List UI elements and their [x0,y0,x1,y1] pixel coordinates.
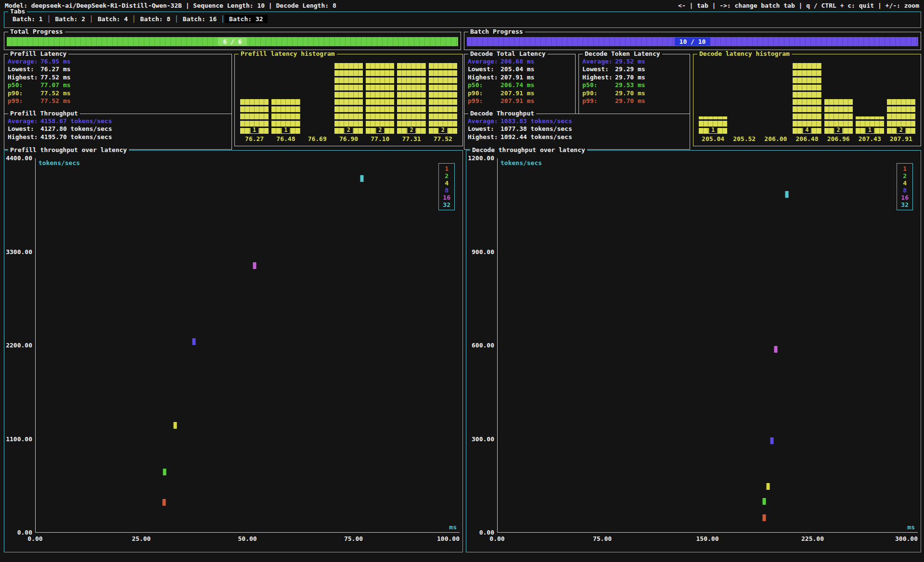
legend-item: 2 [903,172,907,179]
prefill-scatter-legend: 12481632 [438,163,455,210]
stat-value: 1083.83 tokens/secs [500,117,572,125]
prefill-histogram-chart: 176.27176.4876.69276.90277.10277.31277.5… [239,61,459,144]
histogram-bin: 1205.04 [699,61,727,144]
stat-label: p99: [8,97,40,105]
stat-row: Average:1083.83 tokens/secs [464,117,690,125]
tab-divider: │ [175,15,179,23]
histogram-bin: 176.48 [271,61,300,144]
stat-value: 4127.80 tokens/secs [40,125,112,132]
stat-label: Average: [468,58,500,65]
histogram-count-label: 2 [897,127,905,133]
stat-label: Lowest: [468,125,500,133]
histogram-bar: 1 [271,98,300,134]
prefill-scatter-x-axis-labels: 0.0025.0050.0075.00100.00 [35,535,460,543]
decode-histogram-title: Decode latency histogram [697,50,792,57]
stat-value: 1077.38 tokens/secs [500,125,572,132]
legend-item: 4 [445,179,449,187]
y-axis-tick-label: 900.00 [472,248,494,256]
tabs-panel: Tabs Batch: 1│Batch: 2│Batch: 4│Batch: 8… [4,12,921,28]
prefill-throughput-title: Prefill Throughput [8,110,80,117]
tab-batch-1[interactable]: Batch: 1 [8,15,47,23]
histogram-bar: 2 [397,62,425,134]
batch-progress-title: Batch Progress [468,28,525,35]
stat-value: 77.52 ms [40,74,71,81]
tab-batch-4[interactable]: Batch: 4 [93,15,132,23]
tab-batch-32[interactable]: Batch: 32 [225,15,267,23]
histogram-tick-label: 76.90 [334,135,363,144]
histogram-bar: 4 [793,62,821,134]
stat-row: p99:77.52 ms [4,97,231,105]
prefill-scatter-y-axis-labels: 4400.003300.002200.001100.000.00 [6,158,33,533]
prefill-scatter-title: Prefill throughput over latency [8,146,129,153]
tab-divider: │ [90,15,93,23]
tab-batch-16[interactable]: Batch: 16 [179,15,221,23]
top-bar: Model: deepseek-ai/DeepSeek-R1-Distill-Q… [0,0,924,11]
histogram-bin: 206.00 [761,61,790,144]
stat-row: Lowest:1077.38 tokens/secs [464,125,690,133]
histogram-bin: 277.31 [397,61,425,144]
histogram-bin: 205.52 [730,61,758,144]
stat-row: Average:206.68 ms [464,58,575,65]
tab-batch-2[interactable]: Batch: 2 [51,15,90,23]
stat-label: Average: [582,58,615,65]
decode-scatter-panel: Decode throughput over latency 1200.0090… [466,150,921,552]
histogram-bar: 2 [887,98,915,134]
histogram-tick-label: 76.48 [271,135,300,144]
histogram-tick-label: 76.27 [240,135,269,144]
scatter-point-batch-2 [763,498,766,505]
stat-label: Average: [468,117,500,125]
stat-value: 207.91 ms [500,74,534,81]
decode-scatter-title: Decode throughput over latency [470,146,587,153]
stat-row: Highest:77.52 ms [4,74,231,81]
stat-value: 76.95 ms [40,58,71,65]
stat-row: p90:77.52 ms [4,89,231,97]
decode-throughput-title: Decode Throughput [468,110,536,117]
stat-value: 29.53 ms [615,81,645,89]
model-info: Model: deepseek-ai/DeepSeek-R1-Distill-Q… [5,2,336,9]
stat-value: 4195.70 tokens/secs [40,133,112,140]
tabs-panel-title: Tabs [8,8,27,15]
decode-scatter-legend: 12481632 [897,163,913,210]
decode-scatter-y-axis-labels: 1200.00900.00600.00300.000.00 [468,158,495,533]
histogram-bin: 4206.48 [793,61,821,144]
stat-label: Highest: [8,74,40,81]
stat-row: Average:29.52 ms [579,58,690,65]
scatter-point-batch-16 [774,346,778,353]
histogram-bin: 2207.91 [887,61,915,144]
scatter-point-batch-1 [162,499,166,506]
x-axis-tick-label: 75.00 [593,535,612,543]
keybindings-help: <- | tab | ->: change batch tab | q / CT… [678,2,919,9]
histogram-bin: 2206.96 [824,61,853,144]
stat-value: 205.04 ms [500,65,534,73]
scatter-point-batch-8 [770,437,774,444]
histogram-bar: 2 [334,62,363,134]
histogram-tick-label: 77.10 [366,135,394,144]
histogram-tick-label: 206.96 [824,135,853,144]
stat-row: Highest:29.70 ms [579,74,690,81]
histogram-count-label: 2 [439,127,447,133]
stat-value: 29.70 ms [615,89,645,97]
scatter-point-batch-16 [253,262,256,269]
x-axis-tick-label: 50.00 [238,535,257,543]
stat-value: 206.68 ms [500,58,534,65]
decode-latency-histogram-panel: Decode latency histogram 1205.04205.5220… [693,54,921,146]
stat-label: Highest: [468,133,500,141]
legend-item: 16 [901,194,909,201]
stat-label: p50: [468,81,500,89]
histogram-count-label: 4 [803,127,811,133]
stat-value: 76.27 ms [40,65,71,73]
legend-item: 4 [903,179,907,187]
prefill-latency-title: Prefill Latency [8,50,68,57]
total-progress-value: 6 / 6 [218,38,246,46]
scatter-point-batch-1 [763,514,766,521]
histogram-count-label: 1 [709,127,717,133]
tab-divider: │ [221,15,225,23]
tab-batch-8[interactable]: Batch: 8 [136,15,175,23]
x-axis-tick-label: 225.00 [801,535,824,543]
stat-row: Highest:4195.70 tokens/secs [4,133,231,141]
histogram-bar: 2 [366,62,394,134]
scatter-point-batch-4 [173,422,177,429]
prefill-throughput-panel: Prefill Throughput Average:4158.67 token… [4,114,232,150]
histogram-bin: 1207.43 [856,61,884,144]
total-progress-panel: Total Progress 6 / 6 [4,32,461,50]
